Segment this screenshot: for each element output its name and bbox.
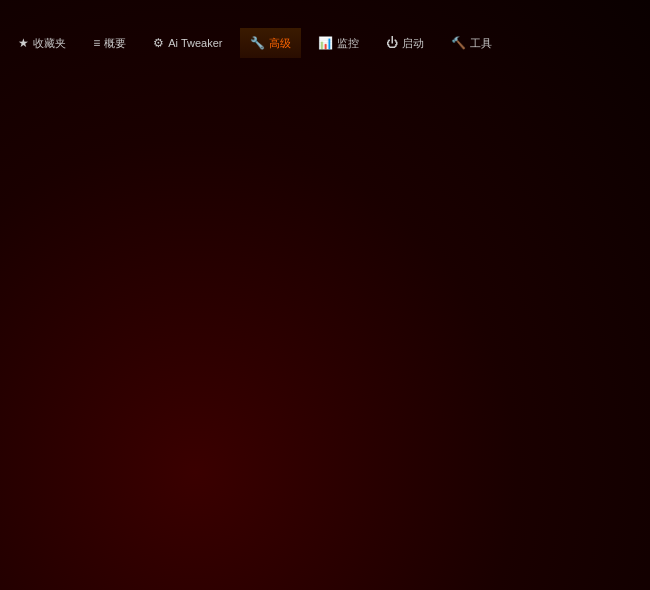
nav-ai-tweaker[interactable]: ⚙ Ai Tweaker xyxy=(143,28,232,58)
nav-boot-label: 启动 xyxy=(402,36,424,51)
monitor-icon: 📊 xyxy=(318,36,333,50)
nav-advanced-label: 高级 xyxy=(269,36,291,51)
nav-monitor[interactable]: 📊 监控 xyxy=(308,28,369,58)
nav-tools[interactable]: 🔨 工具 xyxy=(441,28,502,58)
nav-overview-label: 概要 xyxy=(104,36,126,51)
tools-icon: 🔨 xyxy=(451,36,466,50)
overview-icon: ≡ xyxy=(93,36,100,50)
tweaker-icon: ⚙ xyxy=(153,36,164,50)
nav-monitor-label: 监控 xyxy=(337,36,359,51)
nav-overview[interactable]: ≡ 概要 xyxy=(83,28,136,58)
advanced-icon: 🔧 xyxy=(250,36,265,50)
nav-boot[interactable]: ⏻ 启动 xyxy=(376,28,434,58)
nav-favorites[interactable]: ★ 收藏夹 xyxy=(8,28,76,58)
nav-tweaker-label: Ai Tweaker xyxy=(168,37,222,49)
favorites-icon: ★ xyxy=(18,36,29,50)
nav-favorites-label: 收藏夹 xyxy=(33,36,66,51)
boot-icon: ⏻ xyxy=(386,36,398,50)
nav-advanced[interactable]: 🔧 高级 xyxy=(240,28,301,58)
nav-tools-label: 工具 xyxy=(470,36,492,51)
